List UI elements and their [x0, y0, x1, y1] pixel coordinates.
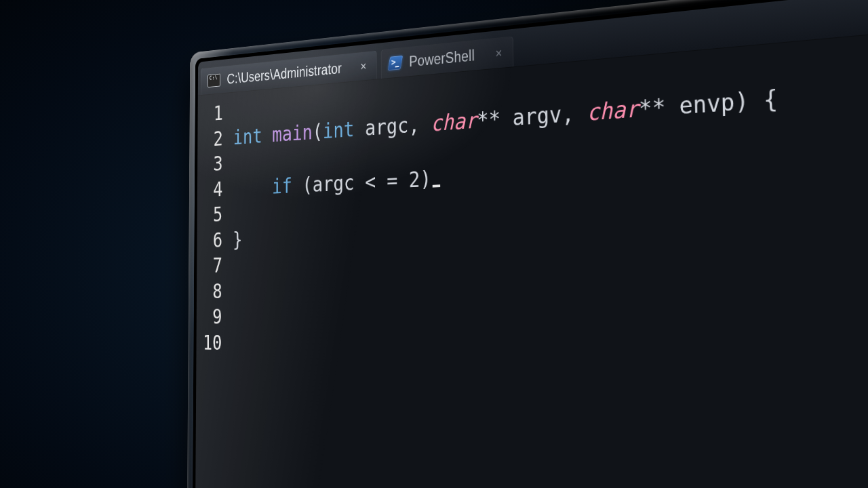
powershell-icon	[387, 56, 403, 70]
monitor: C:\Users\Administrator × PowerShell × –	[195, 0, 868, 488]
tab-powershell-title: PowerShell	[409, 47, 475, 70]
scene: C:\Users\Administrator × PowerShell × –	[0, 0, 868, 488]
cmd-icon	[208, 74, 220, 88]
close-icon[interactable]: ×	[495, 45, 502, 61]
tab-cmd-title: C:\Users\Administrator	[227, 60, 342, 87]
close-icon[interactable]: ×	[360, 59, 366, 74]
